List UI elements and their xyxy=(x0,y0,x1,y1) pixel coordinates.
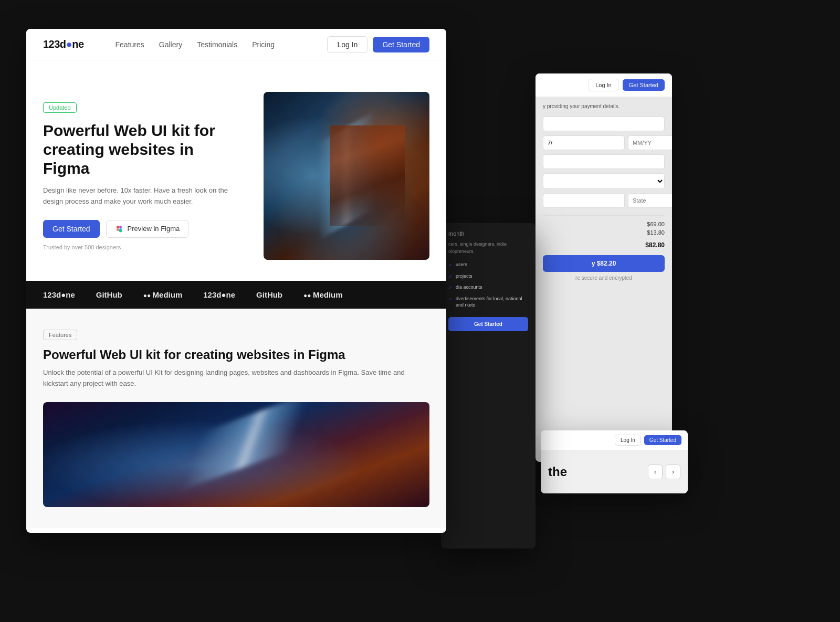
payment-line-2: $13.80 xyxy=(543,229,665,236)
payment-get-started-button[interactable]: Get Started xyxy=(623,79,665,91)
get-started-button[interactable]: Get Started xyxy=(373,37,429,52)
bottom-nav: Log In Get Started xyxy=(541,430,688,450)
main-window: 123d●ne Features Gallery Testimonials Pr… xyxy=(26,29,446,533)
hero-content: Updated Powerful Web UI kit for creating… xyxy=(43,92,243,250)
bottom-body: the ‹ › xyxy=(541,450,688,493)
payment-card-details-row xyxy=(543,135,665,150)
features-image xyxy=(43,402,429,507)
nav-links: Features Gallery Testimonials Pricing xyxy=(116,40,275,49)
price-line-1: $69.00 xyxy=(647,221,665,227)
card-number-input[interactable] xyxy=(543,117,665,131)
features-badge: Features xyxy=(43,330,77,340)
svg-point-4 xyxy=(119,229,122,232)
features-description: Unlock the potential of a powerful UI Ki… xyxy=(43,367,429,389)
nav-actions: Log In Get Started xyxy=(327,36,429,53)
pricing-per-month: month xyxy=(448,230,528,237)
pricing-content: month cers, single designers, indie olop… xyxy=(441,223,536,339)
logo-bar-item-4: 123d●ne xyxy=(203,290,235,299)
figma-icon xyxy=(115,225,123,233)
price-line-2: $13.80 xyxy=(647,229,665,236)
preview-figma-button[interactable]: Preview in Figma xyxy=(106,220,189,238)
payment-window: Log In Get Started y providing your paym… xyxy=(536,73,672,462)
nav-testimonials[interactable]: Testimonials xyxy=(197,40,237,49)
pagination-next[interactable]: › xyxy=(666,465,680,479)
payment-nav: Log In Get Started xyxy=(536,73,672,97)
main-nav: 123d●ne Features Gallery Testimonials Pr… xyxy=(26,29,446,60)
svg-rect-1 xyxy=(117,228,119,231)
trusted-text: Trusted by over 500 designers xyxy=(43,244,243,250)
total-amount: $82.80 xyxy=(645,241,665,249)
pricing-cta-button[interactable]: Get Started xyxy=(448,317,528,331)
svg-rect-2 xyxy=(119,226,122,228)
country-select[interactable] xyxy=(543,173,665,189)
logo-bar-item-3: Medium xyxy=(143,290,183,299)
bottom-login-button[interactable]: Log In xyxy=(615,435,641,446)
hero-image xyxy=(264,92,429,260)
payment-subtitle: y providing your payment details. xyxy=(543,103,665,110)
logo-bar-item-5: GitHub xyxy=(256,290,282,299)
svg-rect-0 xyxy=(117,226,119,228)
logo-bar-item-6: Medium xyxy=(303,290,343,299)
payment-state-row xyxy=(543,193,665,208)
hero-title: Powerful Web UI kit for creating website… xyxy=(43,121,243,178)
pagination-prev[interactable]: ‹ xyxy=(648,465,663,479)
hero-badge: Updated xyxy=(43,102,77,113)
logo-bar-item-2: GitHub xyxy=(96,290,122,299)
payment-summary: $69.00 $13.80 $82.80 xyxy=(543,215,665,249)
payment-line-1: $69.00 xyxy=(543,221,665,227)
logo: 123d●ne xyxy=(43,38,84,50)
pricing-feature-1: users xyxy=(448,261,528,269)
preview-label: Preview in Figma xyxy=(128,225,180,233)
satellite-image xyxy=(264,92,429,260)
logo-bar: 123d●ne GitHub Medium 123d●ne GitHub Med… xyxy=(26,281,446,309)
expiry-input[interactable] xyxy=(628,135,672,150)
zip-input[interactable] xyxy=(543,193,625,208)
nav-gallery[interactable]: Gallery xyxy=(159,40,182,49)
pricing-window: month cers, single designers, indie olop… xyxy=(441,223,536,549)
nav-pricing[interactable]: Pricing xyxy=(252,40,275,49)
payment-cta-button[interactable]: y $82.20 xyxy=(543,255,665,272)
features-section: Features Powerful Web UI kit for creatin… xyxy=(26,309,446,528)
pricing-feature-3: dia accounts xyxy=(448,284,528,291)
hero-cta-button[interactable]: Get Started xyxy=(43,220,100,238)
logo-dot: ● xyxy=(66,38,72,50)
hero-section: Updated Powerful Web UI kit for creating… xyxy=(26,60,446,281)
pricing-feature-4: dvertisements for local, national and rk… xyxy=(448,296,528,309)
pricing-description: cers, single designers, indie olopreneur… xyxy=(448,241,528,255)
payment-login-button[interactable]: Log In xyxy=(589,79,618,91)
logo-bar-item-1: 123d●ne xyxy=(43,290,75,299)
payment-body: y providing your payment details. $69.00… xyxy=(536,97,672,287)
nav-features[interactable]: Features xyxy=(116,40,144,49)
features-title: Powerful Web UI kit for creating website… xyxy=(43,347,429,362)
pricing-feature-2: projects xyxy=(448,273,528,280)
payment-secure-text: re secure and encrypted xyxy=(543,275,665,281)
partial-heading-text: the xyxy=(548,465,567,479)
features-satellite-image xyxy=(43,402,429,507)
state-input[interactable] xyxy=(628,193,672,208)
bottom-get-started-button[interactable]: Get Started xyxy=(644,435,681,445)
bottom-window: Log In Get Started the ‹ › xyxy=(541,430,688,493)
hero-buttons: Get Started Preview in Figma xyxy=(43,220,243,238)
hero-description: Design like never before. 10x faster. Ha… xyxy=(43,185,243,207)
login-button[interactable]: Log In xyxy=(327,36,368,53)
payment-total: $82.80 xyxy=(543,238,665,249)
card-number-partial[interactable] xyxy=(543,135,625,150)
address-input[interactable] xyxy=(543,154,665,169)
